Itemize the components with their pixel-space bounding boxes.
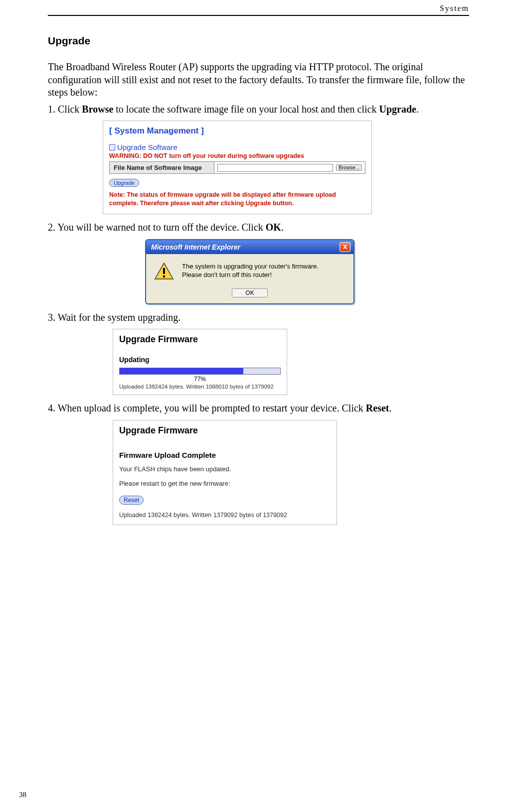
bold-browse: Browse [82,104,113,115]
file-input-wrap: Browse... [214,162,365,173]
step-4: 4. When upload is complete, you will be … [48,402,469,415]
dialog-titlebar: Microsoft Internet Explorer X [146,240,353,254]
dialog-msg-line-2: Please don't turn off this router! [182,271,319,279]
browse-button[interactable]: Browse... [336,164,362,171]
ie-alert-dialog: Microsoft Internet Explorer X The system… [145,239,354,304]
content-area: Upgrade The Broadband Wireless Router (A… [48,35,469,532]
warning-icon [154,262,174,280]
upgrade-software-heading: Upgrade Software [109,143,365,151]
upgrade-progress-panel: Upgrade Firmware Updating 77% Uploaded 1… [113,329,287,395]
upgrade-complete-panel: Upgrade Firmware Firmware Upload Complet… [113,420,337,525]
header-section-label: System [440,4,469,13]
complete-line-1: Your FLASH chips have been updated. [119,465,331,473]
file-label: File Name of Software Image [110,162,214,173]
header-rule [48,15,469,16]
warning-label: WARNING: [109,152,143,159]
dialog-body: The system is upgrading your router's fi… [146,254,353,285]
step-3: 3. Wait for the system upgrading. [48,311,469,324]
bold-ok: OK [266,222,281,233]
warning-text: DO NOT turn off your router during softw… [143,152,304,159]
note-text: The status of firmware upgrade will be d… [109,191,336,207]
dialog-message: The system is upgrading your router's fi… [182,262,319,280]
step-2: 2. You will be warned not to turn off th… [48,221,469,234]
bold-upgrade: Upgrade [379,104,416,115]
file-input[interactable] [217,164,333,172]
svg-rect-2 [163,275,165,277]
note-label: Note: [109,191,127,198]
reset-button[interactable]: Reset [119,496,144,505]
upgrade-button[interactable]: Upgrade [109,179,139,187]
text: . [281,222,284,233]
progress-bar [119,368,281,375]
file-input-row: File Name of Software Image Browse... [109,161,365,174]
system-management-panel: [ System Management ] Upgrade Software W… [103,121,372,214]
complete-status: Uploaded 1382424 bytes. Written 1379092 … [119,512,331,519]
note-line: Note: The status of firmware upgrade wil… [109,191,365,208]
upload-complete-heading: Firmware Upload Complete [119,451,331,459]
text: 2. You will be warned not to turn off th… [48,222,266,233]
text: 4. When upload is complete, you will be … [48,403,366,413]
step-1: 1. Click Browse to locate the software i… [48,103,469,116]
ok-button[interactable]: OK [232,288,267,297]
dialog-msg-line-1: The system is upgrading your router's fi… [182,262,319,271]
intro-paragraph: The Broadband Wireless Router (AP) suppo… [48,61,469,99]
progress-status: Uploaded 1382424 bytes. Written 1068010 … [119,384,281,390]
text: . [389,403,391,413]
progress-percent: 77% [119,376,281,383]
progress-fill [120,368,243,374]
dialog-title: Microsoft Internet Explorer [151,243,240,251]
svg-rect-1 [163,268,165,274]
panel-title: [ System Management ] [109,126,365,136]
text: 1. Click [48,104,82,115]
complete-line-2: Please restart to get the new firmware: [119,480,331,487]
dialog-button-row: OK [146,285,353,303]
page-title: Upgrade [48,35,469,47]
text: . [416,104,419,115]
page-number: 38 [19,791,26,799]
panel-title: Upgrade Firmware [119,425,331,436]
text: to locate the software image file on you… [113,104,379,115]
panel-title: Upgrade Firmware [119,334,281,345]
page-icon [109,144,115,150]
warning-line: WARNING: DO NOT turn off your router dur… [109,152,365,159]
text: Upgrade Software [117,143,177,151]
close-button[interactable]: X [340,242,350,252]
bold-reset: Reset [366,403,389,413]
updating-label: Updating [119,356,281,364]
